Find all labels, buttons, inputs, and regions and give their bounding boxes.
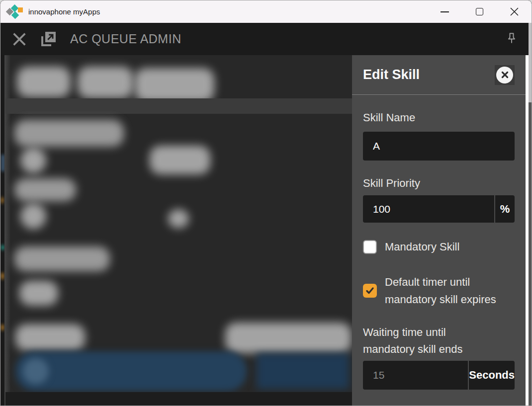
- blurred-label-blob: [14, 178, 76, 201]
- blurred-value-blob: [150, 146, 210, 174]
- close-app-button[interactable]: [9, 29, 29, 49]
- maximize-button[interactable]: [462, 0, 497, 23]
- pin-icon: [504, 31, 519, 48]
- blurred-control-blob: [168, 209, 189, 228]
- blurred-label-blob: [14, 120, 124, 147]
- mandatory-skill-label: Mandatory Skill: [385, 238, 459, 255]
- blurred-value-blob: [15, 324, 85, 351]
- app-header-title: AC QUEUE ADMIN: [70, 32, 502, 46]
- skill-priority-input[interactable]: [363, 195, 494, 223]
- blurred-title-blob: [135, 68, 214, 102]
- close-icon: [510, 7, 519, 16]
- popout-icon: [39, 30, 57, 48]
- blurred-value-blob: [19, 281, 58, 306]
- title-bar: innovaphone myApps: [0, 0, 532, 23]
- window-controls: [427, 0, 532, 23]
- close-icon: [501, 71, 509, 79]
- innovaphone-logo-icon: [6, 4, 24, 19]
- maximize-icon: [476, 8, 483, 15]
- default-timer-row[interactable]: Default timer until mandatory skill expi…: [363, 273, 515, 308]
- default-timer-label: Default timer until mandatory skill expi…: [385, 273, 507, 308]
- blurred-fleck: [1, 325, 4, 330]
- mandatory-skill-row[interactable]: Mandatory Skill: [363, 238, 515, 255]
- close-panel-button[interactable]: [495, 65, 515, 85]
- app-header: AC QUEUE ADMIN: [0, 23, 529, 55]
- blurred-title-blob: [78, 67, 133, 98]
- blurred-value-blob: [225, 323, 352, 353]
- blurred-fleck: [1, 245, 4, 250]
- blurred-toolbar-band: [5, 98, 352, 114]
- blurred-selected-row: [15, 351, 247, 391]
- minimize-icon: [441, 11, 449, 12]
- checkmark-icon: [365, 286, 374, 295]
- blurred-label-blob: [14, 246, 110, 271]
- blurred-avatar: [23, 358, 49, 384]
- blurred-control-blob: [20, 203, 46, 229]
- blurred-title-blob: [17, 67, 71, 97]
- blurred-control-blob: [20, 148, 46, 173]
- percent-unit: %: [495, 195, 515, 223]
- panel-title: Edit Skill: [363, 67, 420, 82]
- blurred-fleck: [1, 197, 3, 203]
- skill-name-label: Skill Name: [363, 110, 515, 125]
- waiting-time-input[interactable]: [363, 361, 468, 390]
- blurred-app-content: [0, 55, 352, 406]
- seconds-unit: Seconds: [469, 361, 515, 390]
- pin-button[interactable]: [502, 29, 522, 49]
- blurred-fleck: [1, 273, 4, 279]
- waiting-time-label: Waiting time until mandatory skill ends: [363, 324, 492, 358]
- mandatory-skill-checkbox[interactable]: [363, 240, 377, 254]
- window-title: innovaphone myApps: [28, 7, 427, 16]
- blurred-bottom-band: [5, 392, 352, 406]
- default-timer-checkbox[interactable]: [363, 284, 377, 298]
- panel-header: Edit Skill: [352, 55, 526, 95]
- vertical-scrollbar[interactable]: [529, 23, 532, 406]
- app-window: innovaphone myApps: [0, 0, 532, 406]
- skill-priority-label: Skill Priority: [363, 176, 515, 191]
- minimize-button[interactable]: [427, 0, 462, 23]
- close-window-button[interactable]: [497, 0, 532, 23]
- skill-name-input[interactable]: [363, 132, 515, 161]
- blurred-selected-row-segment: [257, 353, 349, 389]
- scrollbar-thumb[interactable]: [529, 102, 532, 406]
- edit-skill-panel: Edit Skill Skill Name Skill Priority %: [352, 55, 526, 406]
- close-icon: [11, 31, 28, 48]
- popout-button[interactable]: [38, 29, 58, 49]
